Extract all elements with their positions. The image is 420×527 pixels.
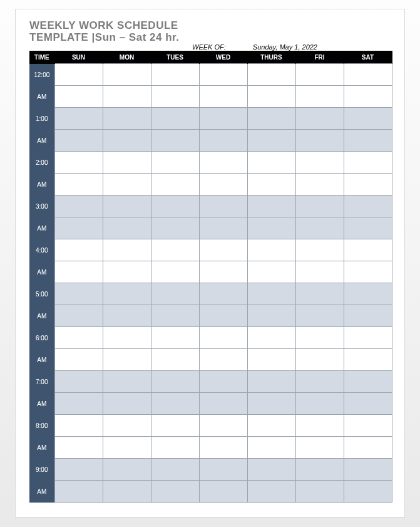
col-wed: WED (199, 51, 247, 64)
schedule-cell (247, 349, 295, 371)
col-sat: SAT (344, 51, 392, 64)
time-row: AM (29, 130, 392, 152)
schedule-cell (103, 283, 151, 305)
schedule-cell (199, 174, 247, 196)
header-row: TIME SUN MON TUES WED THURS FRI SAT (29, 51, 392, 64)
schedule-cell (54, 108, 103, 130)
document-page: WEEKLY WORK SCHEDULE TEMPLATE |Sun – Sat… (15, 9, 405, 518)
schedule-cell (103, 239, 151, 261)
week-of-label: WEEK OF: (29, 43, 226, 51)
schedule-cell (247, 239, 295, 261)
time-row: 4:00 (29, 239, 392, 261)
time-label-hour: 6:00 (29, 327, 54, 349)
schedule-cell (54, 64, 103, 86)
time-row: AM (29, 217, 392, 239)
schedule-cell (199, 239, 247, 261)
schedule-cell (103, 108, 151, 130)
time-label-hour: 12:00 (29, 64, 54, 86)
schedule-cell (295, 86, 344, 108)
schedule-cell (199, 349, 247, 371)
schedule-cell (247, 415, 295, 437)
schedule-cell (295, 174, 344, 196)
time-row: 3:00 (29, 196, 392, 217)
time-label-ampm: AM (29, 393, 54, 415)
schedule-cell (344, 174, 392, 196)
time-label-ampm: AM (29, 305, 54, 327)
schedule-cell (103, 174, 151, 196)
schedule-cell (344, 305, 392, 327)
week-of-row: WEEK OF: Sunday, May 1, 2022 (29, 43, 391, 51)
time-row: AM (29, 86, 392, 108)
col-mon: MON (103, 51, 151, 64)
schedule-cell (199, 130, 247, 152)
schedule-cell (103, 393, 151, 415)
time-label-hour: 1:00 (29, 108, 54, 130)
schedule-cell (247, 305, 295, 327)
schedule-cell (151, 174, 199, 196)
time-label-ampm: AM (29, 217, 54, 239)
schedule-cell (151, 305, 199, 327)
schedule-cell (344, 239, 392, 261)
schedule-cell (54, 481, 103, 503)
schedule-cell (151, 86, 199, 108)
schedule-cell (151, 393, 199, 415)
schedule-cell (295, 261, 344, 283)
schedule-cell (103, 437, 151, 459)
schedule-cell (295, 393, 344, 415)
time-row: AM (29, 261, 392, 283)
schedule-cell (103, 64, 151, 86)
schedule-cell (54, 327, 103, 349)
time-row: 7:00 (29, 371, 392, 393)
schedule-cell (151, 371, 199, 393)
schedule-cell (295, 152, 344, 174)
schedule-cell (295, 459, 344, 481)
schedule-cell (199, 459, 247, 481)
title-line2: TEMPLATE |Sun – Sat 24 hr. (29, 31, 391, 43)
schedule-cell (54, 415, 103, 437)
schedule-cell (54, 349, 103, 371)
title-block: WEEKLY WORK SCHEDULE TEMPLATE |Sun – Sat… (29, 19, 391, 43)
schedule-cell (103, 415, 151, 437)
schedule-cell (247, 371, 295, 393)
schedule-cell (247, 481, 295, 503)
schedule-cell (247, 217, 295, 239)
schedule-table: TIME SUN MON TUES WED THURS FRI SAT 12:0… (29, 51, 392, 503)
schedule-cell (54, 130, 103, 152)
schedule-cell (151, 261, 199, 283)
schedule-cell (344, 481, 392, 503)
schedule-cell (344, 459, 392, 481)
time-label-ampm: AM (29, 261, 54, 283)
schedule-cell (247, 196, 295, 217)
time-row: 6:00 (29, 327, 392, 349)
schedule-cell (247, 64, 295, 86)
schedule-cell (344, 415, 392, 437)
time-label-ampm: AM (29, 437, 54, 459)
schedule-cell (103, 130, 151, 152)
schedule-cell (247, 108, 295, 130)
col-time: TIME (29, 51, 54, 64)
schedule-cell (151, 217, 199, 239)
time-row: AM (29, 174, 392, 196)
time-row: AM (29, 481, 392, 503)
schedule-cell (344, 86, 392, 108)
schedule-cell (199, 393, 247, 415)
schedule-cell (151, 239, 199, 261)
schedule-cell (151, 327, 199, 349)
schedule-cell (54, 283, 103, 305)
schedule-cell (344, 217, 392, 239)
schedule-cell (344, 152, 392, 174)
schedule-cell (151, 130, 199, 152)
time-label-ampm: AM (29, 481, 54, 503)
schedule-cell (199, 481, 247, 503)
schedule-cell (103, 327, 151, 349)
time-label-hour: 2:00 (29, 152, 54, 174)
time-row: 8:00 (29, 415, 392, 437)
schedule-cell (295, 64, 344, 86)
schedule-cell (54, 217, 103, 239)
schedule-cell (295, 437, 344, 459)
schedule-cell (199, 261, 247, 283)
schedule-cell (151, 415, 199, 437)
schedule-cell (199, 196, 247, 217)
schedule-cell (199, 217, 247, 239)
schedule-cell (295, 108, 344, 130)
